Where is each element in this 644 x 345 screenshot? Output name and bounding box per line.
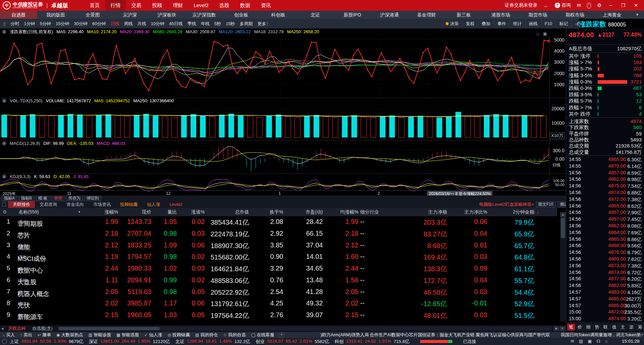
period-8[interactable]: 月线 bbox=[135, 21, 148, 27]
period-11[interactable]: 季线 bbox=[185, 21, 198, 27]
nav-tab-8[interactable]: 北证 bbox=[297, 11, 334, 19]
news-ticker-2[interactable]: 国信证券：掘金大飞机产业链 聚焦商飞认证核心供应商与国产替代双 bbox=[418, 332, 550, 338]
nav-tab-10[interactable]: 沪深港通 bbox=[371, 11, 408, 19]
index-quote-2[interactable]: 北证1286.9418.811.48%132.2亿 bbox=[175, 339, 250, 345]
panel-tab-0[interactable]: 笔 bbox=[567, 324, 575, 331]
bottom-tab-1[interactable]: 自选股(含) bbox=[29, 326, 56, 332]
buy-button[interactable]: ↓买入 bbox=[0, 332, 17, 338]
col-header-amt[interactable]: 2分钟金额 bbox=[513, 209, 534, 215]
collapse-icon[interactable]: ∨ bbox=[2, 141, 6, 146]
scroll-right-icon[interactable]: ▶ bbox=[554, 326, 559, 331]
function-tab-3[interactable]: 市场资讯 bbox=[89, 201, 115, 208]
period-5[interactable]: 60分钟 bbox=[90, 21, 108, 27]
table-row[interactable]: 5数据中心(概念)2.441980.331.020.03164621.84亿3.… bbox=[0, 263, 557, 275]
panel-tab-3[interactable]: 势 bbox=[593, 324, 601, 331]
nav-tab-5[interactable]: 京沪深指数 bbox=[186, 11, 223, 19]
panel-tab-7[interactable]: 逆 bbox=[628, 324, 636, 331]
nav-tab-4[interactable]: 沪深板块 bbox=[148, 11, 186, 19]
function-tab-4[interactable]: 投顾锦囊 bbox=[115, 201, 142, 208]
table-scrollbar[interactable]: ▲ bbox=[560, 212, 566, 321]
index-quote-1[interactable]: 深证13801.00264.441.95%12120亿 bbox=[89, 339, 170, 345]
nav-tab-0[interactable]: 自选股 bbox=[0, 11, 37, 19]
monitor-icon[interactable]: ▣ bbox=[588, 339, 592, 344]
scroll-up-icon[interactable]: ▲ bbox=[560, 212, 566, 217]
chart-tool-7[interactable]: 标记 bbox=[555, 20, 571, 27]
indicator-tab-2[interactable]: 模 板 bbox=[36, 196, 50, 201]
period-7[interactable]: 周线 bbox=[121, 21, 135, 27]
panel-tab-6[interactable]: 主 bbox=[619, 324, 627, 331]
nav-tab-13[interactable]: 港股市场 bbox=[482, 11, 519, 19]
col-header-main[interactable]: 主力净额 bbox=[428, 209, 447, 215]
table-row[interactable]: 1非周期股(风格)1.991243.731.050.02385434.41亿2.… bbox=[0, 216, 557, 228]
function-tab-6[interactable]: Level2 bbox=[165, 201, 187, 208]
period-9[interactable]: 10分钟 bbox=[148, 21, 166, 27]
nav-tab-1[interactable]: 我的版面 bbox=[37, 11, 75, 19]
panel-tab-2[interactable]: 细 bbox=[584, 324, 592, 331]
page-left-icon[interactable]: ◀ bbox=[0, 327, 5, 330]
broadcast-icon[interactable]: ☊ bbox=[597, 339, 601, 344]
back-arrow-icon[interactable]: ← bbox=[544, 3, 549, 8]
table-row[interactable]: 2芯片(概念)2.182707.040.980.03222478.19亿2.92… bbox=[0, 228, 557, 240]
top-menu-item-8[interactable]: 资讯 bbox=[255, 0, 276, 11]
chart-tool-4[interactable]: 统计 bbox=[509, 20, 525, 27]
chart-area[interactable]: ∨涨跌家数(日线,前复权)MA5: 2296.40MA10: 2174.20MA… bbox=[0, 28, 566, 195]
checkbox-icon[interactable] bbox=[2, 203, 6, 207]
online-service-button[interactable]: ◯在线客服 bbox=[248, 332, 277, 338]
nav-tab-12[interactable]: 新三板 bbox=[445, 11, 482, 19]
table-row[interactable]: 9新能源车(概念)2.151960.051.030.05197564.22亿2.… bbox=[0, 309, 557, 321]
period-6[interactable]: 日线 bbox=[108, 21, 121, 27]
col-header-ind[interactable]: 细分行业 bbox=[360, 209, 379, 215]
col-header-pe[interactable]: 市盈(动) bbox=[306, 209, 323, 215]
nav-tab-3[interactable]: 京沪深 bbox=[111, 11, 149, 19]
col-header-avg[interactable]: 均涨幅% bbox=[340, 209, 358, 215]
smart-diagnose-button[interactable]: ▥智能诊股 bbox=[86, 332, 114, 338]
table-row[interactable]: 7机器人概念(概念)2.055119.030.980.05205222.92亿2… bbox=[0, 286, 557, 298]
advisor-tips-button[interactable]: ◎投顾锦囊 bbox=[165, 332, 192, 338]
indicator-tab-4[interactable]: 另存为 bbox=[65, 196, 83, 201]
smart-select-button[interactable]: ▦智能选股 bbox=[114, 332, 142, 338]
mail-icon[interactable]: ✉ bbox=[571, 339, 574, 344]
col-header-qrr[interactable]: 量比 bbox=[167, 209, 177, 215]
top-menu-item-1[interactable]: 行情 bbox=[105, 0, 126, 11]
function-tab-2[interactable]: 资金流向 bbox=[62, 201, 89, 208]
table-row[interactable]: 3储能(概念)2.121833.251.090.06188907.30亿3.85… bbox=[0, 240, 557, 251]
maximize-button[interactable]: ❐ bbox=[620, 3, 627, 8]
period-16[interactable]: 更多〉 bbox=[255, 21, 273, 27]
message-icon[interactable]: ▤ bbox=[579, 339, 583, 344]
col-header-spd[interactable]: 涨速% bbox=[191, 209, 205, 215]
nav-tab-2[interactable]: 全景图 bbox=[74, 11, 111, 19]
pane-toggle-icon[interactable]: ▣ bbox=[543, 31, 547, 36]
news-ticker-3[interactable]: 我国日均Token调用量激增，词元Token第一股 bbox=[561, 332, 643, 338]
top-menu-item-0[interactable]: 首页 bbox=[84, 0, 105, 11]
index-quote-0[interactable]: 上证3931.8450.561.30%9679亿 bbox=[10, 339, 83, 345]
period-0[interactable]: 分时 bbox=[8, 21, 22, 27]
indicator-tab-5[interactable]: 绑定到 bbox=[84, 196, 101, 201]
top-menu-item-5[interactable]: Level2 bbox=[188, 0, 214, 11]
close-button[interactable]: ✕ bbox=[633, 3, 639, 8]
chart-tool-5[interactable]: 画线 bbox=[525, 20, 541, 27]
sort-desc-icon[interactable]: ↓ bbox=[537, 209, 539, 215]
mail-icon[interactable]: ✉ bbox=[577, 2, 581, 8]
period-13[interactable]: 5秒 bbox=[212, 21, 223, 27]
top-menu-item-2[interactable]: 交易 bbox=[126, 0, 147, 11]
period-4[interactable]: 30分钟 bbox=[72, 21, 90, 27]
gear-icon[interactable]: ⚙ bbox=[3, 209, 7, 215]
diamond-marker-icon[interactable]: ◇ bbox=[536, 31, 540, 36]
panel-tab-4[interactable]: 联 bbox=[602, 324, 610, 331]
collapse-icon[interactable]: ∨ bbox=[2, 174, 6, 179]
gear-icon[interactable]: ⚙ bbox=[597, 2, 601, 8]
page-layout-icon[interactable]: ▯ bbox=[3, 21, 6, 26]
scroll-thumb[interactable] bbox=[561, 218, 565, 238]
nav-tab-6[interactable]: 创业板 bbox=[222, 11, 260, 19]
consult-button[interactable]: ?咨询 bbox=[555, 2, 571, 8]
panel-tab-8[interactable]: 筹 bbox=[636, 324, 644, 331]
chevron-down-icon[interactable]: ▼ bbox=[631, 11, 644, 19]
col-header-chg[interactable]: 涨幅% bbox=[105, 209, 118, 215]
panel-tab-5[interactable]: 值 bbox=[610, 324, 618, 331]
cancel-order-button[interactable]: ↩撤单 bbox=[35, 332, 54, 338]
col-header-name[interactable]: 名称(559) bbox=[18, 209, 39, 215]
h-scroll-thumb[interactable] bbox=[59, 327, 159, 330]
col-header-turn[interactable]: 换手% bbox=[270, 209, 283, 215]
col-header-price[interactable]: 现价 bbox=[142, 209, 151, 215]
login-status[interactable]: 证券交易未登录 bbox=[505, 2, 538, 8]
